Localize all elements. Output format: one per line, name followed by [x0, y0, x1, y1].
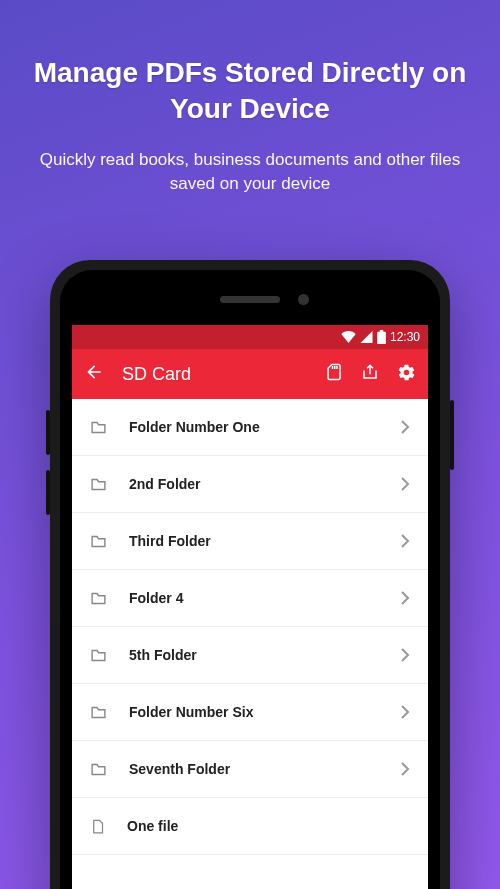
- folder-icon: [90, 533, 107, 550]
- list-item-label: One file: [127, 818, 410, 834]
- settings-button[interactable]: [397, 363, 416, 386]
- folder-icon: [90, 647, 107, 664]
- cellular-icon: [360, 331, 373, 343]
- status-time: 12:30: [390, 330, 420, 344]
- chevron-right-icon: [400, 705, 410, 719]
- phone-power-button: [450, 400, 454, 470]
- back-button[interactable]: [84, 362, 104, 386]
- chevron-right-icon: [400, 420, 410, 434]
- list-item-label: Folder 4: [129, 590, 378, 606]
- chevron-right-icon: [400, 591, 410, 605]
- folder-icon: [90, 761, 107, 778]
- list-item[interactable]: Seventh Folder: [72, 741, 428, 798]
- list-item[interactable]: Third Folder: [72, 513, 428, 570]
- folder-icon: [90, 419, 107, 436]
- list-item[interactable]: 5th Folder: [72, 627, 428, 684]
- phone-speaker: [220, 296, 280, 303]
- list-item-label: Folder Number Six: [129, 704, 378, 720]
- chevron-right-icon: [400, 648, 410, 662]
- phone-camera: [298, 294, 309, 305]
- list-item[interactable]: One file: [72, 798, 428, 855]
- list-item-label: Folder Number One: [129, 419, 378, 435]
- wifi-icon: [341, 331, 356, 343]
- chevron-right-icon: [400, 534, 410, 548]
- app-bar: SD Card: [72, 349, 428, 399]
- folder-icon: [90, 704, 107, 721]
- sd-card-button[interactable]: [325, 363, 343, 385]
- phone-volume-down: [46, 470, 50, 515]
- promo-subtitle: Quickly read books, business documents a…: [0, 148, 500, 196]
- file-list: Folder Number One2nd FolderThird FolderF…: [72, 399, 428, 889]
- share-button[interactable]: [361, 363, 379, 385]
- share-icon: [361, 363, 379, 381]
- status-bar: 12:30: [72, 325, 428, 349]
- folder-icon: [90, 476, 107, 493]
- list-item-label: Third Folder: [129, 533, 378, 549]
- list-item-label: Seventh Folder: [129, 761, 378, 777]
- chevron-right-icon: [400, 477, 410, 491]
- file-icon: [90, 818, 105, 835]
- battery-icon: [377, 330, 386, 344]
- app-bar-title: SD Card: [122, 364, 307, 385]
- list-item[interactable]: Folder 4: [72, 570, 428, 627]
- list-item-label: 2nd Folder: [129, 476, 378, 492]
- list-item-label: 5th Folder: [129, 647, 378, 663]
- gear-icon: [397, 363, 416, 382]
- folder-icon: [90, 590, 107, 607]
- list-item[interactable]: 2nd Folder: [72, 456, 428, 513]
- phone-frame: 12:30 SD Card: [50, 260, 450, 889]
- sd-card-icon: [325, 363, 343, 381]
- app-screen: 12:30 SD Card: [72, 325, 428, 889]
- chevron-right-icon: [400, 762, 410, 776]
- phone-volume-up: [46, 410, 50, 455]
- list-item[interactable]: Folder Number Six: [72, 684, 428, 741]
- list-item[interactable]: Folder Number One: [72, 399, 428, 456]
- arrow-left-icon: [84, 362, 104, 382]
- promo-title: Manage PDFs Stored Directly on Your Devi…: [0, 0, 500, 148]
